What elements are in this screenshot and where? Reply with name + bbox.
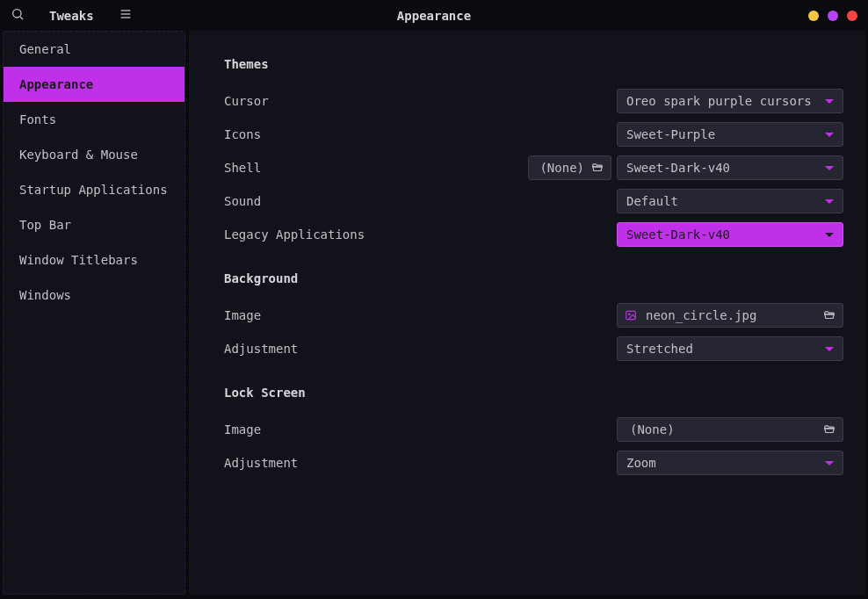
window-buttons xyxy=(808,11,857,21)
shell-select[interactable]: Sweet-Dark-v40 xyxy=(617,155,843,180)
folder-open-icon xyxy=(591,162,604,174)
sidebar-item-label: Appearance xyxy=(19,77,93,91)
ls-image-row: Image (None) xyxy=(224,417,843,442)
sidebar-item-windows[interactable]: Windows xyxy=(4,278,184,313)
section-heading-background: Background xyxy=(224,271,843,285)
sidebar-item-window-titlebars[interactable]: Window Titlebars xyxy=(4,242,184,278)
maximize-button[interactable] xyxy=(828,11,838,21)
page-title: Appearance xyxy=(397,9,471,23)
sound-select[interactable]: Default xyxy=(617,189,843,213)
sound-label: Sound xyxy=(224,194,261,208)
image-icon xyxy=(625,309,637,321)
sidebar-item-label: Startup Applications xyxy=(19,183,168,197)
sidebar-item-label: Fonts xyxy=(19,112,56,126)
chevron-down-icon xyxy=(825,461,834,465)
folder-open-icon xyxy=(823,309,835,321)
themes-section: Themes Cursor Oreo_spark_purple_cursors … xyxy=(224,57,843,247)
chevron-down-icon xyxy=(825,233,834,237)
chevron-down-icon xyxy=(825,347,834,351)
sidebar: GeneralAppearanceFontsKeyboard & MouseSt… xyxy=(3,31,185,595)
section-heading-lockscreen: Lock Screen xyxy=(224,386,843,400)
lockscreen-section: Lock Screen Image (None) Adjustme xyxy=(224,386,843,475)
chevron-down-icon xyxy=(825,166,834,170)
content-area: Themes Cursor Oreo_spark_purple_cursors … xyxy=(189,31,865,595)
ls-adjustment-select[interactable]: Zoom xyxy=(617,451,843,475)
minimize-button[interactable] xyxy=(808,11,819,21)
folder-open-icon xyxy=(823,423,835,436)
ls-adjustment-row: Adjustment Zoom xyxy=(224,451,843,475)
sidebar-item-label: Window Titlebars xyxy=(19,253,138,267)
bg-adjustment-select[interactable]: Stretched xyxy=(617,336,843,361)
ls-image-button[interactable]: (None) xyxy=(617,417,843,442)
shell-row: Shell (None) Sweet-Dark-v40 xyxy=(224,155,843,180)
sidebar-item-label: Windows xyxy=(19,288,71,302)
ls-adjustment-label: Adjustment xyxy=(224,456,298,470)
icons-select[interactable]: Sweet-Purple xyxy=(617,122,843,147)
close-button[interactable] xyxy=(847,11,857,21)
legacy-label: Legacy Applications xyxy=(224,227,365,242)
chevron-down-icon xyxy=(825,199,834,204)
background-section: Background Image neon_circle.jpg xyxy=(224,271,843,361)
hamburger-icon[interactable] xyxy=(119,7,133,24)
legacy-select[interactable]: Sweet-Dark-v40 xyxy=(617,222,843,247)
legacy-row: Legacy Applications Sweet-Dark-v40 xyxy=(224,222,843,247)
search-icon[interactable] xyxy=(11,7,25,24)
cursor-label: Cursor xyxy=(224,94,269,108)
header-bar: Tweaks Appearance xyxy=(0,0,868,31)
bg-image-button[interactable]: neon_circle.jpg xyxy=(617,303,843,328)
app-title: Tweaks xyxy=(49,9,94,23)
bg-adjustment-row: Adjustment Stretched xyxy=(224,336,843,361)
sidebar-item-keyboard-mouse[interactable]: Keyboard & Mouse xyxy=(4,137,184,172)
sidebar-item-general[interactable]: General xyxy=(4,32,184,67)
section-heading-themes: Themes xyxy=(224,57,843,71)
sidebar-item-label: Top Bar xyxy=(19,218,71,232)
bg-image-row: Image neon_circle.jpg xyxy=(224,303,843,328)
shell-label: Shell xyxy=(224,161,261,175)
cursor-select[interactable]: Oreo_spark_purple_cursors xyxy=(617,89,843,113)
sidebar-item-appearance[interactable]: Appearance xyxy=(4,67,184,102)
shell-file-button[interactable]: (None) xyxy=(528,155,611,180)
bg-image-label: Image xyxy=(224,308,261,322)
cursor-row: Cursor Oreo_spark_purple_cursors xyxy=(224,89,843,113)
sidebar-item-top-bar[interactable]: Top Bar xyxy=(4,207,184,242)
sidebar-item-label: General xyxy=(19,42,71,56)
chevron-down-icon xyxy=(825,99,834,104)
sound-row: Sound Default xyxy=(224,189,843,213)
icons-row: Icons Sweet-Purple xyxy=(224,122,843,147)
ls-image-label: Image xyxy=(224,422,261,437)
sidebar-item-startup-applications[interactable]: Startup Applications xyxy=(4,172,184,207)
svg-point-0 xyxy=(13,10,21,18)
bg-adjustment-label: Adjustment xyxy=(224,342,298,356)
chevron-down-icon xyxy=(825,133,834,137)
svg-line-1 xyxy=(20,17,23,19)
sidebar-item-fonts[interactable]: Fonts xyxy=(4,102,184,137)
icons-label: Icons xyxy=(224,127,261,141)
sidebar-item-label: Keyboard & Mouse xyxy=(19,148,138,162)
svg-point-6 xyxy=(628,314,630,315)
body-area: GeneralAppearanceFontsKeyboard & MouseSt… xyxy=(0,31,868,599)
header-left: Tweaks xyxy=(11,7,133,24)
